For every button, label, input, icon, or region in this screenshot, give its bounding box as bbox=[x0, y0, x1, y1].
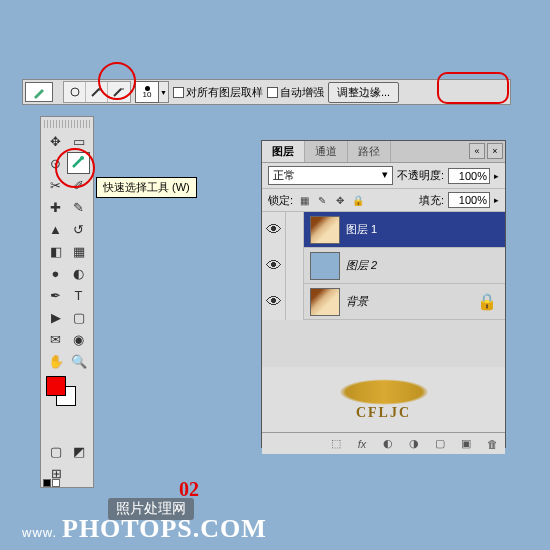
tab-paths[interactable]: 路径 bbox=[348, 141, 391, 162]
lock-position-icon[interactable]: ✥ bbox=[333, 193, 347, 207]
screen-mode[interactable]: ⊞ bbox=[44, 462, 68, 484]
pen-tool[interactable]: ✒ bbox=[44, 284, 67, 306]
blend-mode-select[interactable]: 正常▾ bbox=[268, 166, 393, 185]
panel-footer: ⬚ fx ◐ ◑ ▢ ▣ 🗑 bbox=[262, 432, 505, 454]
eyedropper-tool[interactable]: ✐ bbox=[67, 174, 90, 196]
panel-close-icon[interactable]: × bbox=[487, 143, 503, 159]
link-cell[interactable] bbox=[286, 212, 304, 248]
brush-tool[interactable]: ✎ bbox=[67, 196, 90, 218]
layer-row[interactable]: 👁 图层 1 bbox=[262, 212, 505, 248]
sample-all-label: 对所有图层取样 bbox=[186, 85, 263, 100]
auto-enhance-checkbox[interactable]: 自动增强 bbox=[267, 85, 324, 100]
quickmask-mode[interactable]: ◩ bbox=[67, 440, 90, 462]
opacity-input[interactable]: 100% bbox=[448, 168, 490, 184]
opacity-label: 不透明度: bbox=[397, 168, 444, 183]
delete-layer-button[interactable]: 🗑 bbox=[483, 436, 501, 452]
toolbox: ✥▭ ⊙ ✂✐ ✚✎ ▲↺ ◧▦ ●◐ ✒T ▶▢ ✉◉ ✋🔍 ▢◩ ⊞ bbox=[40, 116, 94, 488]
layer-row[interactable]: 👁 图层 2 bbox=[262, 248, 505, 284]
link-cell[interactable] bbox=[286, 284, 304, 320]
color-swatches bbox=[44, 376, 90, 416]
eraser-tool[interactable]: ◧ bbox=[44, 240, 67, 262]
brush-preview[interactable]: 10 bbox=[135, 81, 159, 103]
dragon-ornament bbox=[339, 379, 429, 405]
brush-dropdown[interactable]: ▼ bbox=[159, 81, 169, 103]
svg-point-0 bbox=[71, 88, 79, 96]
fx-button[interactable]: fx bbox=[353, 436, 371, 452]
new-layer-button[interactable]: ▣ bbox=[457, 436, 475, 452]
subtract-selection-button[interactable] bbox=[108, 82, 130, 102]
layers-panel: «× 图层 通道 路径 正常▾ 不透明度: 100%▸ 锁定: ▦ ✎ ✥ 🔒 … bbox=[261, 140, 506, 448]
layer-name: 图层 2 bbox=[346, 258, 377, 273]
lock-all-icon[interactable]: 🔒 bbox=[351, 193, 365, 207]
new-selection-button[interactable] bbox=[64, 82, 86, 102]
layer-name: 图层 1 bbox=[346, 222, 377, 237]
crop-tool[interactable]: ✂ bbox=[44, 174, 67, 196]
logo-text: CFLJC bbox=[356, 405, 411, 421]
marquee-tool[interactable]: ▭ bbox=[67, 130, 90, 152]
layer-thumbnail[interactable] bbox=[310, 216, 340, 244]
panel-empty-area: CFLJC bbox=[262, 367, 505, 432]
visibility-icon[interactable]: 👁 bbox=[262, 212, 286, 248]
refine-edge-button[interactable]: 调整边缘... bbox=[328, 82, 399, 103]
zoom-tool[interactable]: 🔍 bbox=[67, 350, 90, 372]
visibility-icon[interactable]: 👁 bbox=[262, 284, 286, 320]
tooltip: 快速选择工具 (W) bbox=[96, 177, 197, 198]
standard-mode[interactable]: ▢ bbox=[44, 440, 67, 462]
layer-name: 背景 bbox=[346, 294, 368, 309]
svg-point-1 bbox=[80, 156, 84, 160]
layer-thumbnail[interactable] bbox=[310, 252, 340, 280]
history-brush-tool[interactable]: ↺ bbox=[67, 218, 90, 240]
move-tool[interactable]: ✥ bbox=[44, 130, 67, 152]
notes-tool[interactable]: ✉ bbox=[44, 328, 67, 350]
healing-tool[interactable]: ✚ bbox=[44, 196, 67, 218]
watermark-www: www. bbox=[22, 525, 57, 540]
lock-image-icon[interactable]: ✎ bbox=[315, 193, 329, 207]
eyedropper2-tool[interactable]: ◉ bbox=[67, 328, 90, 350]
visibility-icon[interactable]: 👁 bbox=[262, 248, 286, 284]
add-selection-button[interactable] bbox=[86, 82, 108, 102]
fill-input[interactable]: 100% bbox=[448, 192, 490, 208]
lock-icon: 🔒 bbox=[477, 292, 497, 311]
sample-all-checkbox[interactable]: 对所有图层取样 bbox=[173, 85, 263, 100]
foreground-color[interactable] bbox=[46, 376, 66, 396]
hand-tool[interactable]: ✋ bbox=[44, 350, 67, 372]
path-select-tool[interactable]: ▶ bbox=[44, 306, 67, 328]
type-tool[interactable]: T bbox=[67, 284, 90, 306]
brush-size-value: 10 bbox=[143, 91, 152, 99]
panel-collapse-icon[interactable]: « bbox=[469, 143, 485, 159]
link-cell[interactable] bbox=[286, 248, 304, 284]
layer-thumbnail[interactable] bbox=[310, 288, 340, 316]
group-button[interactable]: ▢ bbox=[431, 436, 449, 452]
lock-label: 锁定: bbox=[268, 193, 293, 208]
lock-transparency-icon[interactable]: ▦ bbox=[297, 193, 311, 207]
quick-select-tool[interactable] bbox=[67, 152, 90, 174]
tool-preset[interactable] bbox=[25, 82, 53, 102]
auto-enhance-label: 自动增强 bbox=[280, 85, 324, 100]
adjustment-button[interactable]: ◑ bbox=[405, 436, 423, 452]
tab-channels[interactable]: 通道 bbox=[305, 141, 348, 162]
mask-button[interactable]: ◐ bbox=[379, 436, 397, 452]
layer-row[interactable]: 👁 背景 🔒 bbox=[262, 284, 505, 320]
watermark-domain: PHOTOPS.COM bbox=[62, 514, 267, 544]
link-layers-button[interactable]: ⬚ bbox=[327, 436, 345, 452]
tab-layers[interactable]: 图层 bbox=[262, 141, 305, 162]
shape-tool[interactable]: ▢ bbox=[67, 306, 90, 328]
stamp-tool[interactable]: ▲ bbox=[44, 218, 67, 240]
gradient-tool[interactable]: ▦ bbox=[67, 240, 90, 262]
options-bar: 10 ▼ 对所有图层取样 自动增强 调整边缘... bbox=[22, 79, 511, 105]
blur-tool[interactable]: ● bbox=[44, 262, 67, 284]
lasso-tool[interactable]: ⊙ bbox=[44, 152, 67, 174]
fill-label: 填充: bbox=[419, 193, 444, 208]
toolbox-grip[interactable] bbox=[44, 120, 90, 128]
layer-list: 👁 图层 1 👁 图层 2 👁 背景 🔒 bbox=[262, 212, 505, 367]
dodge-tool[interactable]: ◐ bbox=[67, 262, 90, 284]
selection-mode-group bbox=[63, 81, 131, 103]
